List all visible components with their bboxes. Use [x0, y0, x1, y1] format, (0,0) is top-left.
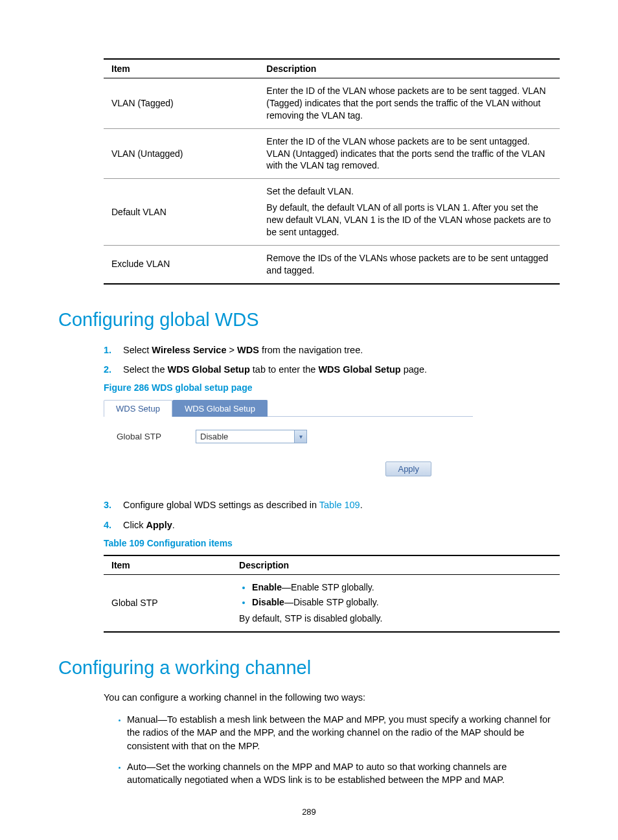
bold: Apply: [146, 520, 172, 530]
cell-desc-line: By default, the default VLAN of all port…: [266, 202, 555, 239]
bullet-text: —Disable STP globally.: [284, 597, 379, 607]
step-text: Configure global WDS settings as describ…: [123, 500, 319, 510]
form-label-global-stp: Global STP: [113, 432, 181, 441]
tab-wds-setup[interactable]: WDS Setup: [104, 400, 172, 417]
step-text: tab to enter the: [250, 364, 319, 375]
bold: WDS Global Setup: [168, 364, 250, 375]
vlan-table: Item Description VLAN (Tagged) Enter the…: [104, 58, 560, 285]
step-item: 2. Select the WDS Global Setup tab to en…: [104, 363, 560, 376]
col-header-desc: Description: [231, 555, 560, 575]
table-109: Item Description Global STP Enable—Enabl…: [104, 555, 560, 633]
global-stp-select[interactable]: Disable ▾: [196, 430, 307, 443]
desc-footer: By default, STP is disabled globally.: [239, 612, 555, 625]
bold: WDS: [237, 345, 259, 355]
step-text: Click: [123, 520, 146, 530]
cell-desc: Remove the IDs of the VLANs whose packet…: [258, 245, 560, 283]
step-item: 4. Click Apply.: [104, 519, 560, 531]
bullet-item: Auto—Set the working channels on the MPP…: [127, 760, 560, 787]
table-row: Default VLAN Set the default VLAN. By de…: [104, 179, 560, 246]
bullet-item: Enable—Enable STP globally.: [252, 581, 555, 594]
table-row: VLAN (Tagged) Enter the ID of the VLAN w…: [104, 78, 560, 129]
cell-item: Exclude VLAN: [104, 245, 258, 283]
step-text: .: [360, 500, 363, 510]
step-text: Select: [123, 345, 152, 355]
steps-list: 1. Select Wireless Service > WDS from th…: [104, 344, 560, 377]
apply-button[interactable]: Apply: [385, 461, 431, 476]
table-ref-link[interactable]: Table 109: [319, 500, 360, 510]
form-row-global-stp: Global STP Disable ▾: [113, 430, 464, 443]
cell-desc: Enter the ID of the VLAN whose packets a…: [258, 128, 560, 179]
table-row: Exclude VLAN Remove the IDs of the VLANs…: [104, 245, 560, 283]
channel-bullets: Manual—To establish a mesh link between …: [104, 713, 560, 786]
step-item: 3. Configure global WDS settings as desc…: [104, 498, 560, 511]
figure-caption: Figure 286 WDS global setup page: [104, 382, 560, 393]
bold: WDS Global Setup: [318, 364, 400, 375]
col-header-item: Item: [104, 555, 231, 575]
chevron-down-icon: ▾: [299, 433, 303, 440]
bold: Wireless Service: [152, 345, 226, 355]
bold: Disable: [252, 597, 284, 607]
cell-item: VLAN (Untagged): [104, 128, 258, 179]
bold: Enable: [252, 582, 282, 592]
section-heading-channel: Configuring a working channel: [58, 657, 560, 679]
steps-list-cont: 3. Configure global WDS settings as desc…: [104, 498, 560, 531]
table-caption: Table 109 Configuration items: [104, 538, 560, 548]
cell-item: Global STP: [104, 574, 231, 631]
step-number: 4.: [104, 519, 123, 531]
step-number: 2.: [104, 363, 123, 376]
step-text: page.: [401, 364, 427, 375]
tab-panel: Global STP Disable ▾ Apply: [104, 417, 473, 484]
cell-desc: Set the default VLAN. By default, the de…: [258, 179, 560, 246]
wds-setup-figure: WDS Setup WDS Global Setup Global STP Di…: [104, 399, 473, 484]
cell-item: Default VLAN: [104, 179, 258, 246]
step-item: 1. Select Wireless Service > WDS from th…: [104, 344, 560, 356]
bullet-item: Manual—To establish a mesh link between …: [127, 713, 560, 752]
col-header-item: Item: [104, 59, 258, 78]
step-text: Select the: [123, 364, 168, 375]
step-text: from the navigation tree.: [259, 345, 363, 355]
col-header-desc: Description: [258, 59, 560, 78]
step-text: >: [227, 345, 238, 355]
bullet-item: Disable—Disable STP globally.: [252, 596, 555, 609]
intro-paragraph: You can configure a working channel in t…: [104, 692, 560, 705]
step-text: .: [172, 520, 175, 530]
tab-bar: WDS Setup WDS Global Setup: [104, 399, 473, 417]
desc-bullets: Enable—Enable STP globally. Disable—Disa…: [239, 581, 555, 609]
cell-desc: Enter the ID of the VLAN whose packets a…: [258, 78, 560, 129]
section-heading-wds: Configuring global WDS: [58, 309, 560, 331]
tab-wds-global-setup[interactable]: WDS Global Setup: [172, 400, 268, 417]
step-number: 1.: [104, 344, 123, 356]
cell-desc-line: Set the default VLAN.: [266, 185, 555, 198]
bullet-text: —Enable STP globally.: [282, 582, 374, 592]
cell-desc: Enable—Enable STP globally. Disable—Disa…: [231, 574, 560, 631]
table-row: Global STP Enable—Enable STP globally. D…: [104, 574, 560, 631]
table-row: VLAN (Untagged) Enter the ID of the VLAN…: [104, 128, 560, 179]
cell-item: VLAN (Tagged): [104, 78, 258, 129]
step-number: 3.: [104, 498, 123, 511]
select-value: Disable: [196, 430, 294, 443]
page-number: 289: [0, 807, 618, 817]
select-dropdown-button[interactable]: ▾: [294, 430, 306, 443]
